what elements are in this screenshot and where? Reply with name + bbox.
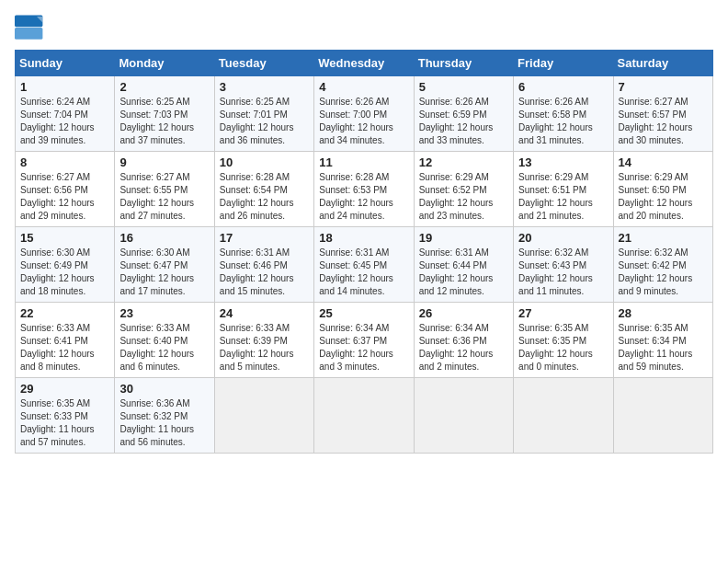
calendar-cell: 5 Sunrise: 6:26 AMSunset: 6:59 PMDayligh… — [414, 76, 513, 152]
day-number: 13 — [518, 155, 608, 169]
day-info: Sunrise: 6:28 AMSunset: 6:54 PMDaylight:… — [220, 172, 294, 221]
day-number: 11 — [319, 155, 408, 169]
column-header-tuesday: Tuesday — [214, 51, 313, 76]
day-number: 7 — [619, 80, 708, 94]
day-info: Sunrise: 6:34 AMSunset: 6:36 PMDaylight:… — [419, 323, 494, 372]
day-info: Sunrise: 6:32 AMSunset: 6:43 PMDaylight:… — [518, 247, 593, 296]
day-info: Sunrise: 6:36 AMSunset: 6:32 PMDaylight:… — [119, 398, 194, 447]
day-number: 15 — [20, 231, 109, 245]
column-header-friday: Friday — [514, 51, 613, 76]
calendar-cell: 30 Sunrise: 6:36 AMSunset: 6:32 PMDaylig… — [115, 378, 214, 454]
day-number: 5 — [419, 80, 508, 94]
calendar-cell: 16 Sunrise: 6:30 AMSunset: 6:47 PMDaylig… — [115, 227, 214, 303]
calendar-cell: 14 Sunrise: 6:29 AMSunset: 6:50 PMDaylig… — [613, 152, 712, 227]
logo-icon — [15, 15, 44, 40]
day-info: Sunrise: 6:35 AMSunset: 6:34 PMDaylight:… — [619, 323, 693, 372]
calendar-cell: 12 Sunrise: 6:29 AMSunset: 6:52 PMDaylig… — [414, 152, 513, 227]
calendar-cell: 25 Sunrise: 6:34 AMSunset: 6:37 PMDaylig… — [314, 303, 414, 378]
day-info: Sunrise: 6:33 AMSunset: 6:41 PMDaylight:… — [20, 323, 95, 372]
calendar-cell — [314, 378, 414, 454]
day-info: Sunrise: 6:35 AMSunset: 6:35 PMDaylight:… — [518, 323, 593, 372]
day-info: Sunrise: 6:32 AMSunset: 6:42 PMDaylight:… — [619, 247, 693, 296]
day-number: 23 — [119, 306, 209, 320]
day-info: Sunrise: 6:26 AMSunset: 6:59 PMDaylight:… — [419, 97, 494, 145]
calendar-cell: 18 Sunrise: 6:31 AMSunset: 6:45 PMDaylig… — [314, 227, 414, 303]
logo — [15, 15, 48, 40]
day-info: Sunrise: 6:29 AMSunset: 6:52 PMDaylight:… — [419, 172, 494, 221]
day-info: Sunrise: 6:27 AMSunset: 6:56 PMDaylight:… — [20, 172, 95, 221]
day-info: Sunrise: 6:33 AMSunset: 6:39 PMDaylight:… — [220, 323, 294, 372]
week-row-2: 8 Sunrise: 6:27 AMSunset: 6:56 PMDayligh… — [16, 152, 713, 227]
column-header-saturday: Saturday — [613, 51, 712, 76]
calendar-cell: 2 Sunrise: 6:25 AMSunset: 7:03 PMDayligh… — [115, 76, 214, 152]
day-number: 16 — [119, 231, 209, 245]
day-number: 1 — [20, 80, 109, 94]
page-header — [15, 15, 713, 40]
column-header-wednesday: Wednesday — [314, 51, 414, 76]
day-number: 17 — [220, 231, 309, 245]
calendar-cell: 9 Sunrise: 6:27 AMSunset: 6:55 PMDayligh… — [115, 152, 214, 227]
day-info: Sunrise: 6:30 AMSunset: 6:49 PMDaylight:… — [20, 247, 95, 296]
day-number: 29 — [20, 382, 109, 396]
day-number: 25 — [319, 306, 408, 320]
day-number: 27 — [518, 306, 608, 320]
column-header-monday: Monday — [115, 51, 214, 76]
calendar-cell: 26 Sunrise: 6:34 AMSunset: 6:36 PMDaylig… — [414, 303, 513, 378]
svg-rect-1 — [15, 28, 42, 40]
calendar-cell: 27 Sunrise: 6:35 AMSunset: 6:35 PMDaylig… — [514, 303, 613, 378]
day-info: Sunrise: 6:28 AMSunset: 6:53 PMDaylight:… — [319, 172, 393, 221]
calendar-cell — [514, 378, 613, 454]
day-number: 19 — [419, 231, 508, 245]
calendar-cell: 28 Sunrise: 6:35 AMSunset: 6:34 PMDaylig… — [613, 303, 712, 378]
day-number: 21 — [619, 231, 708, 245]
day-info: Sunrise: 6:24 AMSunset: 7:04 PMDaylight:… — [20, 97, 95, 145]
day-number: 24 — [220, 306, 309, 320]
day-number: 28 — [619, 306, 708, 320]
day-info: Sunrise: 6:27 AMSunset: 6:57 PMDaylight:… — [619, 97, 693, 145]
day-number: 18 — [319, 231, 408, 245]
calendar-cell: 22 Sunrise: 6:33 AMSunset: 6:41 PMDaylig… — [16, 303, 115, 378]
day-number: 30 — [119, 382, 209, 396]
column-header-sunday: Sunday — [16, 51, 115, 76]
calendar-cell: 6 Sunrise: 6:26 AMSunset: 6:58 PMDayligh… — [514, 76, 613, 152]
day-info: Sunrise: 6:25 AMSunset: 7:03 PMDaylight:… — [119, 97, 194, 145]
calendar-cell — [214, 378, 313, 454]
day-info: Sunrise: 6:31 AMSunset: 6:44 PMDaylight:… — [419, 247, 494, 296]
day-info: Sunrise: 6:29 AMSunset: 6:50 PMDaylight:… — [619, 172, 693, 221]
calendar-cell — [414, 378, 513, 454]
day-number: 9 — [119, 155, 209, 169]
calendar-cell: 7 Sunrise: 6:27 AMSunset: 6:57 PMDayligh… — [613, 76, 712, 152]
calendar-cell: 3 Sunrise: 6:25 AMSunset: 7:01 PMDayligh… — [214, 76, 313, 152]
calendar-cell: 17 Sunrise: 6:31 AMSunset: 6:46 PMDaylig… — [214, 227, 313, 303]
day-number: 4 — [319, 80, 408, 94]
day-number: 26 — [419, 306, 508, 320]
calendar-cell: 11 Sunrise: 6:28 AMSunset: 6:53 PMDaylig… — [314, 152, 414, 227]
column-header-thursday: Thursday — [414, 51, 513, 76]
calendar-header: SundayMondayTuesdayWednesdayThursdayFrid… — [16, 51, 713, 76]
day-number: 12 — [419, 155, 508, 169]
day-info: Sunrise: 6:26 AMSunset: 7:00 PMDaylight:… — [319, 97, 393, 145]
day-info: Sunrise: 6:33 AMSunset: 6:40 PMDaylight:… — [119, 323, 194, 372]
day-number: 22 — [20, 306, 109, 320]
calendar-cell: 4 Sunrise: 6:26 AMSunset: 7:00 PMDayligh… — [314, 76, 414, 152]
calendar-cell: 19 Sunrise: 6:31 AMSunset: 6:44 PMDaylig… — [414, 227, 513, 303]
day-info: Sunrise: 6:29 AMSunset: 6:51 PMDaylight:… — [518, 172, 593, 221]
week-row-4: 22 Sunrise: 6:33 AMSunset: 6:41 PMDaylig… — [16, 303, 713, 378]
calendar-cell: 24 Sunrise: 6:33 AMSunset: 6:39 PMDaylig… — [214, 303, 313, 378]
week-row-5: 29 Sunrise: 6:35 AMSunset: 6:33 PMDaylig… — [16, 378, 713, 454]
calendar-cell: 13 Sunrise: 6:29 AMSunset: 6:51 PMDaylig… — [514, 152, 613, 227]
week-row-1: 1 Sunrise: 6:24 AMSunset: 7:04 PMDayligh… — [16, 76, 713, 152]
header-row: SundayMondayTuesdayWednesdayThursdayFrid… — [16, 51, 713, 76]
day-info: Sunrise: 6:35 AMSunset: 6:33 PMDaylight:… — [20, 398, 95, 447]
day-number: 3 — [220, 80, 309, 94]
calendar-cell: 23 Sunrise: 6:33 AMSunset: 6:40 PMDaylig… — [115, 303, 214, 378]
calendar-cell: 1 Sunrise: 6:24 AMSunset: 7:04 PMDayligh… — [16, 76, 115, 152]
day-info: Sunrise: 6:27 AMSunset: 6:55 PMDaylight:… — [119, 172, 194, 221]
day-info: Sunrise: 6:30 AMSunset: 6:47 PMDaylight:… — [119, 247, 194, 296]
week-row-3: 15 Sunrise: 6:30 AMSunset: 6:49 PMDaylig… — [16, 227, 713, 303]
day-number: 14 — [619, 155, 708, 169]
day-number: 6 — [518, 80, 608, 94]
calendar-cell — [613, 378, 712, 454]
calendar-cell: 10 Sunrise: 6:28 AMSunset: 6:54 PMDaylig… — [214, 152, 313, 227]
day-number: 8 — [20, 155, 109, 169]
